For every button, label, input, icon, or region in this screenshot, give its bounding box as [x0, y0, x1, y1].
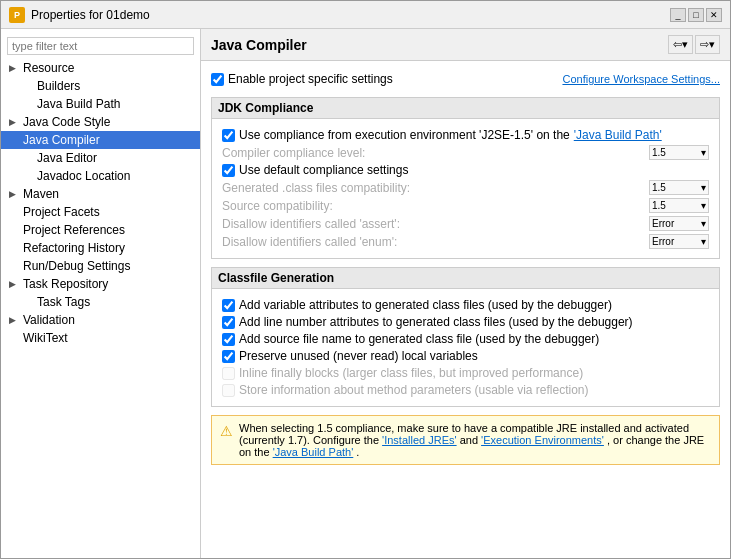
classfile-row-store-method-params: Store information about method parameter…: [222, 383, 709, 397]
assert-value: Error: [652, 218, 674, 229]
sidebar-label-refactoring-history: Refactoring History: [23, 241, 125, 255]
sidebar-label-java-compiler: Java Compiler: [23, 133, 100, 147]
java-build-path-link-2[interactable]: 'Java Build Path': [273, 446, 354, 458]
page-title: Java Compiler: [211, 37, 307, 53]
configure-workspace-link[interactable]: Configure Workspace Settings...: [562, 73, 720, 85]
generated-class-dropdown[interactable]: 1.5 ▾: [649, 180, 709, 195]
enable-project-settings-text: Enable project specific settings: [228, 72, 393, 86]
sidebar-item-resource[interactable]: ▶Resource: [1, 59, 200, 77]
use-default-compliance-checkbox[interactable]: [222, 164, 235, 177]
use-default-compliance-text: Use default compliance settings: [239, 163, 408, 177]
sidebar-label-task-tags: Task Tags: [37, 295, 90, 309]
generated-class-value: 1.5: [652, 182, 666, 193]
sidebar-label-task-repository: Task Repository: [23, 277, 108, 291]
enum-row: Disallow identifiers called 'enum': Erro…: [222, 234, 709, 249]
source-compat-value: 1.5: [652, 200, 666, 211]
sidebar-item-task-tags[interactable]: Task Tags: [1, 293, 200, 311]
compiler-compliance-value: 1.5: [652, 147, 666, 158]
sidebar-item-validation[interactable]: ▶Validation: [1, 311, 200, 329]
sidebar-label-resource: Resource: [23, 61, 74, 75]
back-button[interactable]: ⇦▾: [668, 35, 693, 54]
classfile-checkboxes: Add variable attributes to generated cla…: [222, 298, 709, 397]
main-content: Enable project specific settings Configu…: [201, 61, 730, 558]
filter-input[interactable]: [7, 37, 194, 55]
warning-text-4: .: [356, 446, 359, 458]
sidebar-label-java-build-path: Java Build Path: [37, 97, 120, 111]
checkbox-add-line-number[interactable]: [222, 316, 235, 329]
sidebar-label-java-editor: Java Editor: [37, 151, 97, 165]
sidebar-arrow-maven: ▶: [9, 189, 19, 199]
sidebar-item-java-editor[interactable]: Java Editor: [1, 149, 200, 167]
checkbox-preserve-unused[interactable]: [222, 350, 235, 363]
dropdown-arrow-icon: ▾: [701, 147, 706, 158]
sidebar-tree: ▶ResourceBuildersJava Build Path▶Java Co…: [1, 59, 200, 347]
sidebar-item-refactoring-history[interactable]: Refactoring History: [1, 239, 200, 257]
source-compat-dropdown[interactable]: 1.5 ▾: [649, 198, 709, 213]
classfile-row-inline-finally: Inline finally blocks (larger class file…: [222, 366, 709, 380]
use-compliance-row: Use compliance from execution environmen…: [222, 128, 709, 142]
sidebar-item-java-compiler[interactable]: Java Compiler: [1, 131, 200, 149]
source-compat-label: Source compatibility:: [222, 199, 641, 213]
title-controls: _ □ ✕: [670, 8, 722, 22]
sidebar-item-builders[interactable]: Builders: [1, 77, 200, 95]
dropdown-arrow-icon-2: ▾: [701, 182, 706, 193]
title-bar-left: P Properties for 01demo: [9, 7, 150, 23]
assert-row: Disallow identifiers called 'assert': Er…: [222, 216, 709, 231]
use-default-compliance-row: Use default compliance settings: [222, 163, 709, 177]
sidebar-item-run-debug-settings[interactable]: Run/Debug Settings: [1, 257, 200, 275]
sidebar-item-maven[interactable]: ▶Maven: [1, 185, 200, 203]
classfile-row-add-variable: Add variable attributes to generated cla…: [222, 298, 709, 312]
sidebar-label-builders: Builders: [37, 79, 80, 93]
sidebar-item-java-code-style[interactable]: ▶Java Code Style: [1, 113, 200, 131]
forward-button[interactable]: ⇨▾: [695, 35, 720, 54]
classfile-section-title: Classfile Generation: [212, 268, 719, 289]
sidebar-item-java-build-path[interactable]: Java Build Path: [1, 95, 200, 113]
installed-jres-link[interactable]: 'Installed JREs': [382, 434, 457, 446]
enable-project-settings-checkbox[interactable]: [211, 73, 224, 86]
warning-text: When selecting 1.5 compliance, make sure…: [239, 422, 711, 458]
checkbox-store-method-params: [222, 384, 235, 397]
sidebar-label-java-code-style: Java Code Style: [23, 115, 110, 129]
sidebar-item-project-facets[interactable]: Project Facets: [1, 203, 200, 221]
title-bar: P Properties for 01demo _ □ ✕: [1, 1, 730, 29]
main-panel: Java Compiler ⇦▾ ⇨▾ Enable project speci…: [201, 29, 730, 558]
sidebar-item-task-repository[interactable]: ▶Task Repository: [1, 275, 200, 293]
sidebar-item-project-references[interactable]: Project References: [1, 221, 200, 239]
main-header: Java Compiler ⇦▾ ⇨▾: [201, 29, 730, 61]
enum-dropdown[interactable]: Error ▾: [649, 234, 709, 249]
execution-environments-link[interactable]: 'Execution Environments': [481, 434, 604, 446]
warning-icon: ⚠: [220, 423, 233, 439]
sidebar-item-javadoc-location[interactable]: Javadoc Location: [1, 167, 200, 185]
classfile-row-preserve-unused: Preserve unused (never read) local varia…: [222, 349, 709, 363]
window-title: Properties for 01demo: [31, 8, 150, 22]
source-compat-row: Source compatibility: 1.5 ▾: [222, 198, 709, 213]
checkbox-label-add-variable: Add variable attributes to generated cla…: [239, 298, 612, 312]
assert-label: Disallow identifiers called 'assert':: [222, 217, 641, 231]
generated-class-row: Generated .class files compatibility: 1.…: [222, 180, 709, 195]
maximize-button[interactable]: □: [688, 8, 704, 22]
sidebar-label-javadoc-location: Javadoc Location: [37, 169, 130, 183]
checkbox-label-store-method-params: Store information about method parameter…: [239, 383, 589, 397]
dropdown-arrow-icon-3: ▾: [701, 200, 706, 211]
use-compliance-checkbox[interactable]: [222, 129, 235, 142]
sidebar-item-wikitext[interactable]: WikiText: [1, 329, 200, 347]
assert-dropdown[interactable]: Error ▾: [649, 216, 709, 231]
sidebar-label-wikitext: WikiText: [23, 331, 68, 345]
minimize-button[interactable]: _: [670, 8, 686, 22]
checkbox-label-add-line-number: Add line number attributes to generated …: [239, 315, 633, 329]
close-button[interactable]: ✕: [706, 8, 722, 22]
jdk-compliance-section: JDK Compliance Use compliance from execu…: [211, 97, 720, 259]
checkbox-add-source-file[interactable]: [222, 333, 235, 346]
java-build-path-link[interactable]: 'Java Build Path': [574, 128, 662, 142]
sidebar-label-maven: Maven: [23, 187, 59, 201]
enum-label: Disallow identifiers called 'enum':: [222, 235, 641, 249]
nav-buttons: ⇦▾ ⇨▾: [668, 35, 720, 54]
sidebar-arrow-java-code-style: ▶: [9, 117, 19, 127]
compiler-compliance-dropdown[interactable]: 1.5 ▾: [649, 145, 709, 160]
use-compliance-text: Use compliance from execution environmen…: [239, 128, 570, 142]
sidebar-label-validation: Validation: [23, 313, 75, 327]
warning-text-2: and: [460, 434, 481, 446]
generated-class-label: Generated .class files compatibility:: [222, 181, 641, 195]
checkbox-add-variable[interactable]: [222, 299, 235, 312]
compiler-compliance-row: Compiler compliance level: 1.5 ▾: [222, 145, 709, 160]
